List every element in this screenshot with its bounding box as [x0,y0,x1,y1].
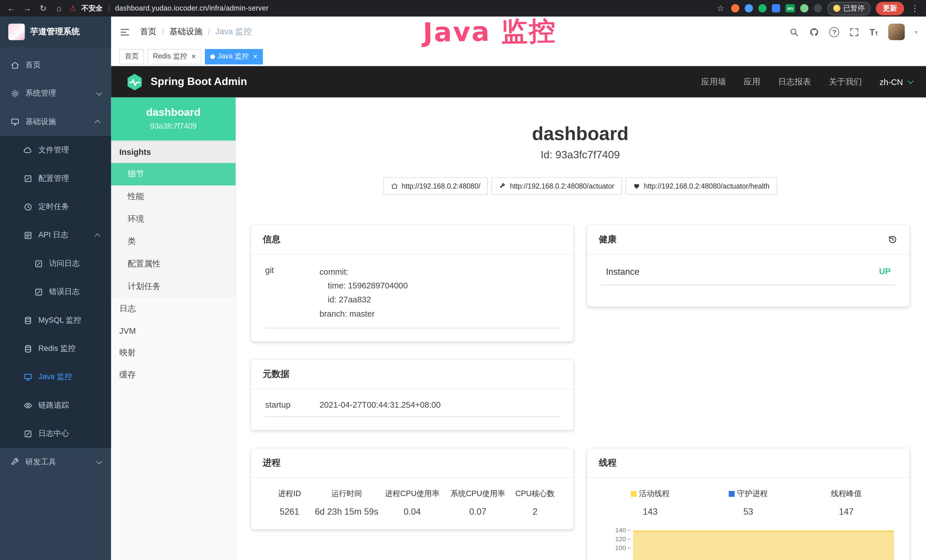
info-value: commit: time: 1596289704000 id: 27aa832 … [319,265,559,321]
database-icon [24,344,33,353]
sba-instance-name: dashboard [116,106,231,119]
tab-java-monitor[interactable]: Java 监控 × [205,49,263,64]
sba-nav-about[interactable]: 关于我们 [829,76,862,87]
process-col-pid: 进程ID 5261 [265,489,314,516]
sba-main: dashboard Id: 93a3fc7f7409 http://192.16… [236,98,926,560]
extension-icon-5[interactable] [800,4,808,12]
paused-badge[interactable]: 已暂停 [827,2,870,15]
database-icon [24,316,33,325]
sidebar-item-redis-monitor[interactable]: Redis 监控 [0,334,111,363]
dashboard-icon [11,61,20,69]
process-col-header: CPU核心数 [511,489,559,499]
process-col-process-cpu: 进程CPU使用率 0.04 [379,489,445,516]
process-card-header: 进程 [251,448,573,478]
security-label[interactable]: 不安全 [81,3,103,13]
sba-nav-journal[interactable]: 日志报表 [778,76,811,87]
breadcrumb-infrastructure[interactable]: 基础设施 [169,27,203,37]
history-icon[interactable] [888,235,897,244]
sba-nav-applications[interactable]: 应用 [744,76,760,87]
tab-redis-monitor[interactable]: Redis 监控 × [148,49,201,64]
tab-close-icon[interactable]: × [191,53,196,60]
sba-navbar: Spring Boot Admin 应用墙 应用 日志报表 关于我们 zh-CN [111,66,926,98]
sba-item-details[interactable]: 细节 [111,163,236,186]
sba-item-environment[interactable]: 环境 [111,208,236,230]
process-col-system-cpu: 系统CPU使用率 0.07 [445,489,510,516]
locale-selector[interactable]: zh-CN [879,77,912,86]
help-icon[interactable]: ? [829,27,839,37]
user-avatar[interactable] [888,24,905,40]
process-col-header: 系统CPU使用率 [445,489,510,499]
sba-item-metrics[interactable]: 性能 [111,185,236,208]
search-icon[interactable] [789,27,799,37]
bookmark-star-icon[interactable]: ☆ [715,3,726,13]
sidebar-item-infrastructure[interactable]: 基础设施 [0,107,111,136]
url-text[interactable]: dashboard.yudao.iocoder.cn/infra/admin-s… [115,4,269,12]
tab-close-icon[interactable]: × [253,53,257,60]
extension-on-badge-icon[interactable]: on [786,4,795,12]
tab-home[interactable]: 首页 [119,49,144,64]
sba-item-logs[interactable]: 日志 [111,298,236,320]
sba-item-jvm[interactable]: JVM [111,320,236,342]
avatar-caret-icon[interactable]: ▾ [915,29,918,35]
sba-item-caches[interactable]: 缓存 [111,364,236,387]
health-instance-row[interactable]: Instance UP [601,265,895,285]
extension-icon-1[interactable] [731,4,740,12]
sba-item-config-props[interactable]: 配置属性 [111,253,236,275]
legend-label: 线程峰值 [797,489,896,499]
sidebar-item-api-logs[interactable]: API 日志 [0,221,111,249]
monitor-icon [11,117,20,126]
update-button[interactable]: 更新 [876,2,904,15]
actuator-url-link[interactable]: http://192.168.0.2:48080/actuator [492,177,622,195]
browser-menu-icon[interactable]: ⋮ [909,3,920,13]
sidebar-item-log-center[interactable]: 日志中心 [0,419,111,448]
github-icon[interactable] [809,27,819,37]
hamburger-menu-icon[interactable] [119,26,130,37]
sidebar-item-java-monitor[interactable]: Java 监控 [0,363,111,391]
sba-nav-wallboard[interactable]: 应用墙 [701,76,726,87]
sidebar-item-file-management[interactable]: 文件管理 [0,136,111,164]
tools-icon [11,458,20,466]
process-col-header: 进程CPU使用率 [379,489,445,499]
fullscreen-icon[interactable] [849,27,859,37]
sba-sidebar: dashboard 93a3fc7f7409 Insights 细节 性能 环境… [111,98,236,560]
sidebar-item-system-management[interactable]: 系统管理 [0,79,111,107]
metadata-card-header: 元数据 [251,360,573,390]
metadata-row-startup: startup 2021-04-27T00:44:31.254+08:00 [265,400,559,417]
sidebar-item-config-management[interactable]: 配置管理 [0,164,111,192]
tabs-bar: 首页 Redis 监控 × Java 监控 × [111,47,926,66]
threads-card-header: 线程 [587,448,909,478]
sba-item-classes[interactable]: 类 [111,230,236,253]
threads-chart-y-axis: 140 120 100 [601,526,631,552]
extension-icon-4[interactable] [772,4,780,12]
reload-icon[interactable]: ↻ [38,3,48,13]
extension-icon-6[interactable] [814,4,822,12]
extension-icon-2[interactable] [745,4,753,12]
forward-icon[interactable]: → [22,3,33,13]
sidebar-item-tracing[interactable]: 链路追踪 [0,391,111,419]
sba-item-mappings[interactable]: 映射 [111,342,236,364]
browser-home-icon[interactable]: ⌂ [54,3,64,13]
sba-brand[interactable]: Spring Boot Admin [125,73,247,91]
status-badge: UP [879,266,890,277]
sidebar-item-mysql-monitor[interactable]: MySQL 监控 [0,306,111,334]
health-url-link[interactable]: http://192.168.0.2:48080/actuator/health [625,177,777,195]
sba-logo-icon [125,73,144,91]
extension-icon-3[interactable] [758,4,767,12]
sidebar-item-error-logs[interactable]: 错误日志 [0,278,111,306]
back-icon[interactable]: ← [6,3,17,13]
admin-sidebar: 芋道管理系统 首页 系统管理 基础设施 文件管理 [0,17,111,560]
not-secure-warning-icon: ⚠ [70,4,76,12]
breadcrumb-home[interactable]: 首页 [140,27,157,37]
locale-label: zh-CN [879,77,903,86]
service-url-link[interactable]: http://192.168.0.2:48080/ [383,177,488,195]
sba-instance-header[interactable]: dashboard 93a3fc7f7409 [111,98,236,141]
app-logo[interactable]: 芋道管理系统 [0,17,111,47]
instance-hero: dashboard Id: 93a3fc7f7409 [251,124,909,162]
sidebar-item-dev-tools[interactable]: 研发工具 [0,448,111,476]
sidebar-item-home[interactable]: 首页 [0,51,111,79]
sidebar-item-access-logs[interactable]: 访问日志 [0,249,111,278]
sidebar-item-scheduled-tasks[interactable]: 定时任务 [0,192,111,221]
sidebar-item-label: Redis 监控 [38,343,76,354]
sba-item-scheduled[interactable]: 计划任务 [111,275,236,298]
font-size-icon[interactable]: TT [870,27,878,37]
